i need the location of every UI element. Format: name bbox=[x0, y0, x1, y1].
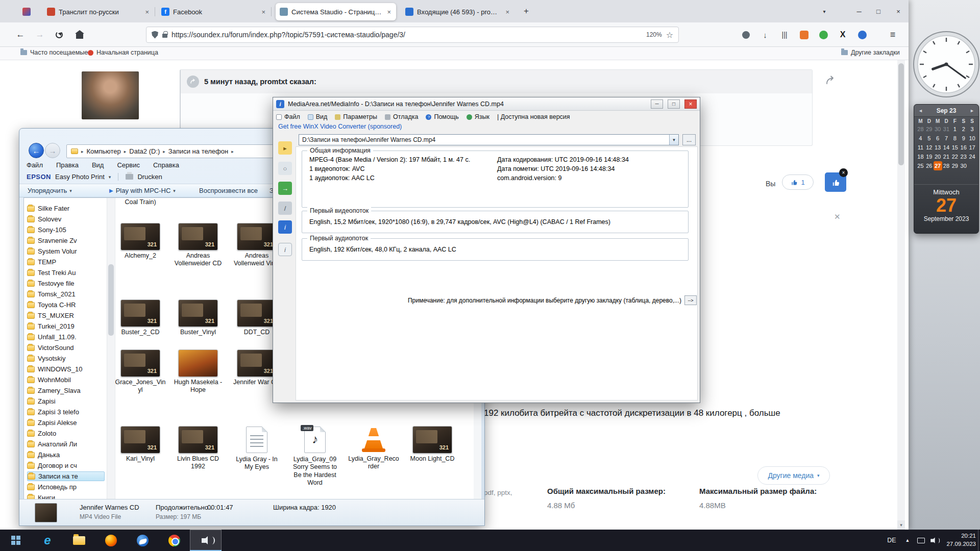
folder-item[interactable]: Tomsk_2021 bbox=[27, 289, 105, 299]
folder-item[interactable]: System Volur bbox=[27, 246, 105, 256]
taskbar-ie[interactable]: e bbox=[32, 530, 63, 551]
file-item[interactable]: Lydia Gray - In My Eyes bbox=[231, 426, 282, 471]
open-file-icon[interactable]: ▸ bbox=[278, 141, 292, 155]
bookmark-star-icon[interactable]: ☆ bbox=[666, 30, 673, 40]
file-item[interactable]: 321Grace_Jones_Vinyl bbox=[115, 349, 166, 394]
calendar-prev-icon[interactable]: ◄ bbox=[918, 108, 923, 113]
file-item[interactable]: 321Kari_Vinyl bbox=[115, 426, 166, 463]
calendar-day[interactable]: 21 bbox=[942, 152, 951, 161]
calendar-day[interactable]: 8 bbox=[950, 134, 959, 143]
folder-item[interactable]: VictorSound bbox=[27, 343, 105, 353]
epson-brand[interactable]: EPSON bbox=[27, 173, 51, 181]
extension-green-icon[interactable] bbox=[817, 29, 830, 41]
bookmark-home[interactable]: Начальная страница bbox=[88, 49, 158, 56]
menu-options[interactable]: Параметры bbox=[335, 113, 377, 120]
scrollbar-thumb[interactable] bbox=[898, 63, 904, 165]
share-post-icon[interactable] bbox=[826, 76, 836, 87]
file-item[interactable]: Hugh Masekela - Hope bbox=[173, 349, 224, 394]
bookmark-frequent[interactable]: Часто посещаемые bbox=[20, 49, 88, 56]
file-item[interactable]: 321Buster_2_CD bbox=[115, 299, 166, 336]
calendar-day[interactable]: 3 bbox=[968, 124, 976, 134]
pocket-icon[interactable] bbox=[739, 29, 752, 41]
extension-blue-icon[interactable] bbox=[855, 29, 869, 41]
menu-language[interactable]: Язык bbox=[467, 113, 489, 120]
calendar-next-icon[interactable]: ► bbox=[970, 108, 974, 113]
file-label-partial[interactable]: Coal Train) bbox=[115, 198, 166, 206]
like-count-pill[interactable]: 1 bbox=[782, 174, 814, 190]
close-tab-icon[interactable]: × bbox=[504, 8, 510, 16]
mediainfo-titlebar[interactable]: i MediaArea.net/MediaInfo - D:\Записи на… bbox=[273, 97, 700, 111]
folder-item[interactable]: Zapisi Alekse bbox=[27, 418, 105, 428]
file-item[interactable]: 321Andreas Vollenweider CD bbox=[173, 223, 224, 268]
folder-item[interactable]: Toyota C-HR bbox=[27, 300, 105, 310]
close-tab-icon[interactable]: × bbox=[386, 8, 392, 16]
extension-x-icon[interactable]: X bbox=[836, 29, 849, 41]
browse-button[interactable]: ... bbox=[682, 134, 696, 145]
calendar-day[interactable]: 31 bbox=[942, 124, 951, 134]
file-item[interactable]: 321Livin Blues CD 1992 bbox=[173, 426, 224, 471]
combo-dropdown-icon[interactable]: ▼ bbox=[669, 135, 678, 145]
breadcrumb-item[interactable]: Записи на телефон bbox=[168, 147, 228, 155]
back-button[interactable]: ← bbox=[29, 143, 44, 158]
folder-item[interactable]: Unfall_11.09. bbox=[27, 332, 105, 342]
folder-item[interactable]: Testovye file bbox=[27, 279, 105, 288]
calendar-day[interactable]: 24 bbox=[968, 152, 976, 161]
calendar-day[interactable]: 22 bbox=[950, 152, 959, 161]
epson-label[interactable]: Easy Photo Print bbox=[55, 173, 105, 181]
calendar-day[interactable] bbox=[968, 161, 976, 170]
tab-facebook[interactable]: f Facebook × bbox=[157, 3, 271, 20]
calendar-day[interactable]: 28 bbox=[942, 161, 951, 170]
scroll-down-icon[interactable]: ▾ bbox=[897, 520, 905, 530]
folder-item[interactable]: Test Treki Au bbox=[27, 268, 105, 278]
folder-item[interactable]: Silke Fater bbox=[27, 204, 105, 213]
calendar-day[interactable]: 13 bbox=[934, 143, 942, 152]
folder-item[interactable]: Solovev bbox=[27, 214, 105, 224]
folder-item[interactable]: Turkei_2019 bbox=[27, 321, 105, 331]
update-notice[interactable]: | Доступна новая версия bbox=[497, 113, 570, 120]
close-icon[interactable]: ✕ bbox=[834, 212, 841, 221]
minimize-button[interactable]: ─ bbox=[849, 0, 869, 22]
file-item[interactable]: 321Moon Light_CD bbox=[407, 426, 458, 463]
reload-button[interactable] bbox=[51, 27, 67, 43]
play-with-mpc-button[interactable]: ▶Play with MPC-HC▾ bbox=[109, 187, 176, 194]
breadcrumb-item[interactable]: Data2 (D:) bbox=[129, 147, 160, 155]
downloads-icon[interactable]: ↓ bbox=[758, 29, 772, 41]
calendar-day[interactable]: 10 bbox=[968, 134, 976, 143]
calendar-day[interactable]: 20 bbox=[934, 152, 942, 161]
info-icon[interactable]: i bbox=[278, 220, 292, 234]
open-disc-icon[interactable]: ○ bbox=[278, 162, 292, 175]
folder-item[interactable]: TEMP bbox=[27, 257, 105, 267]
folder-item[interactable]: WINDOWS_10 bbox=[27, 364, 105, 374]
tab-translit[interactable]: Транслит по-русски × bbox=[43, 3, 154, 20]
folder-item[interactable]: Zoloto bbox=[27, 429, 105, 438]
calendar-day[interactable]: 11 bbox=[916, 143, 925, 152]
next-tab-button[interactable]: --> bbox=[684, 295, 697, 305]
lock-icon[interactable] bbox=[162, 34, 167, 38]
dismiss-like-icon[interactable]: × bbox=[839, 168, 848, 177]
back-button[interactable]: ← bbox=[12, 27, 29, 43]
file-item[interactable]: 321Alchemy_2 bbox=[115, 223, 166, 260]
other-bookmarks[interactable]: Другие закладки bbox=[841, 49, 900, 56]
organize-button[interactable]: Упорядочить▾ bbox=[28, 187, 72, 194]
folder-item[interactable]: WohnMobil bbox=[27, 375, 105, 385]
calendar-day[interactable]: 30 bbox=[959, 161, 968, 170]
file-path-combobox[interactable]: D:\Записи на телефон\Jennifer Warnes CD.… bbox=[299, 134, 679, 145]
hidden-icons-icon[interactable]: ▲ bbox=[901, 530, 914, 551]
language-indicator[interactable]: DE bbox=[884, 530, 899, 551]
folder-item[interactable]: Данька bbox=[27, 450, 105, 460]
show-desktop-button[interactable] bbox=[978, 530, 980, 551]
folder-item[interactable]: Zapisi 3 telefo bbox=[27, 407, 105, 417]
calendar-gadget[interactable]: ◄ Sep 23 ► MDMDFSS 28293031123 45678910 … bbox=[914, 104, 979, 234]
pinned-tab[interactable] bbox=[18, 3, 38, 20]
taskbar-chrome[interactable] bbox=[158, 530, 190, 551]
library-icon[interactable]: ||| bbox=[778, 29, 791, 41]
file-item[interactable]: 321Buster_Vinyl bbox=[173, 299, 224, 336]
maximize-button[interactable]: □ bbox=[869, 0, 888, 22]
taskbar-firefox[interactable] bbox=[95, 530, 127, 551]
export-icon[interactable]: → bbox=[278, 182, 292, 195]
calendar-day[interactable]: 15 bbox=[950, 143, 959, 152]
zoom-indicator[interactable]: 120% bbox=[646, 31, 662, 38]
forward-button[interactable]: → bbox=[32, 27, 48, 43]
menu-tools[interactable]: Сервис bbox=[117, 161, 140, 169]
play-all-button[interactable]: Воспроизвести все bbox=[199, 187, 258, 194]
